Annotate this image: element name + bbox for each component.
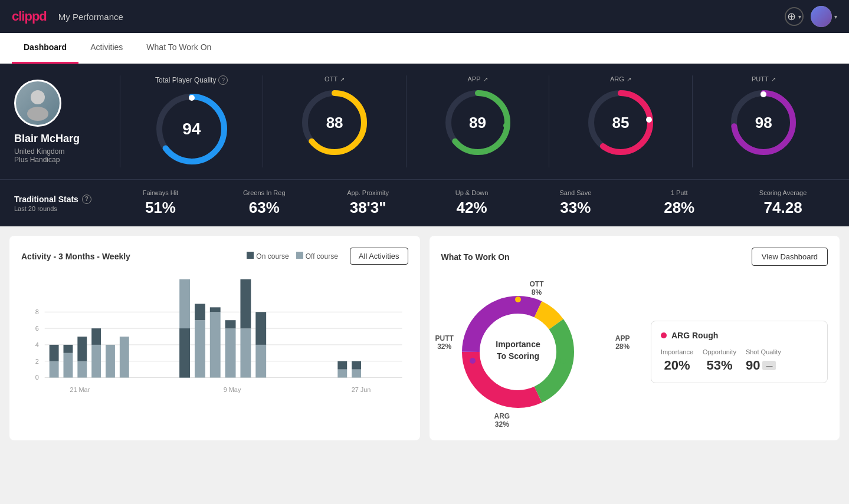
- stat-fairways-hit: Fairways Hit 51%: [109, 189, 212, 217]
- svg-text:Importance: Importance: [496, 340, 540, 349]
- stats-row: Traditional Stats ? Last 20 rounds Fairw…: [0, 179, 849, 226]
- stat-1-putt: 1 Putt 28%: [627, 189, 731, 217]
- hero-section: Blair McHarg United Kingdom Plus Handica…: [0, 64, 849, 179]
- donut-svg: Importance To Scoring: [441, 275, 595, 429]
- chart-controls: On course Off course All Activities: [247, 248, 408, 265]
- svg-point-64: [470, 358, 476, 364]
- svg-point-63: [515, 401, 521, 407]
- svg-point-0: [31, 90, 45, 104]
- stat-up-down: Up & Down 42%: [420, 189, 524, 217]
- ott-gauge: 88: [299, 87, 370, 158]
- traditional-stats-title: Traditional Stats ?: [14, 195, 109, 204]
- player-info: Blair McHarg United Kingdom Plus Handica…: [14, 75, 120, 167]
- player-country: United Kingdom: [14, 147, 64, 156]
- putt-label: PUTT ↗: [752, 75, 776, 83]
- header-title: My Performance: [58, 12, 123, 22]
- svg-rect-47: [255, 312, 266, 345]
- what-to-work-on-title: What To Work On View Dashboard: [441, 248, 828, 266]
- ott-value: 88: [326, 114, 343, 132]
- tab-activities[interactable]: Activities: [78, 33, 135, 64]
- svg-rect-26: [50, 361, 59, 378]
- on-course-legend: On course: [247, 252, 289, 261]
- chart-header: Activity - 3 Months - Weekly On course O…: [21, 248, 408, 265]
- header-left: clippd My Performance: [12, 9, 123, 24]
- arg-label: ARG ↗: [610, 75, 631, 83]
- add-button[interactable]: ⊕ ▾: [785, 7, 804, 26]
- svg-rect-45: [240, 279, 251, 328]
- donut-container: Importance To Scoring OTT 8% APP 28%: [441, 275, 618, 429]
- svg-rect-49: [337, 361, 347, 370]
- svg-point-62: [560, 358, 566, 364]
- bottom-panels: Activity - 3 Months - Weekly On course O…: [0, 226, 849, 450]
- svg-rect-42: [225, 328, 236, 377]
- donut-area: Importance To Scoring OTT 8% APP 28%: [441, 275, 828, 429]
- stat-app-proximity: App. Proximity 38'3": [316, 189, 420, 217]
- svg-point-12: [646, 117, 652, 123]
- user-menu[interactable]: ▾: [811, 6, 837, 27]
- svg-rect-50: [352, 370, 361, 378]
- ott-label: OTT ↗: [324, 75, 345, 83]
- svg-point-4: [189, 95, 195, 101]
- svg-text:0: 0: [35, 374, 39, 381]
- putt-segment-label: PUTT 32%: [435, 334, 454, 351]
- svg-rect-35: [120, 337, 129, 378]
- app-label: APP ↗: [468, 75, 488, 83]
- tpq-value: 94: [182, 120, 201, 139]
- arg-arrow-icon: ↗: [627, 76, 631, 83]
- svg-rect-44: [240, 328, 251, 377]
- activity-chart-svg: 0 2 4 6 8: [21, 272, 408, 401]
- info-card-stats: Importance 20% Opportunity 53% Shot Qual…: [661, 348, 818, 373]
- stat-sand-save: Sand Save 33%: [523, 189, 627, 217]
- svg-text:21 Mar: 21 Mar: [70, 386, 90, 393]
- putt-value: 98: [755, 114, 772, 132]
- chart-area: 0 2 4 6 8: [21, 272, 408, 401]
- app-arrow-icon: ↗: [483, 76, 488, 83]
- svg-rect-30: [77, 361, 87, 378]
- svg-rect-51: [352, 361, 361, 370]
- svg-rect-40: [210, 312, 221, 377]
- metric-ott: OTT ↗ 88: [263, 75, 406, 167]
- player-avatar: [14, 80, 61, 127]
- arg-segment-label: ARG 32%: [494, 412, 510, 429]
- header: clippd My Performance ⊕ ▾ ▾: [0, 0, 849, 33]
- shot-quality-badge: —: [762, 361, 776, 370]
- metric-arg: ARG ↗ 85: [549, 75, 692, 167]
- metric-app: APP ↗ 89: [407, 75, 549, 167]
- tab-dashboard[interactable]: Dashboard: [12, 33, 78, 64]
- svg-rect-28: [64, 353, 73, 378]
- view-dashboard-button[interactable]: View Dashboard: [752, 248, 828, 266]
- app-segment-label: APP 28%: [615, 334, 630, 351]
- svg-rect-46: [255, 345, 266, 378]
- user-chevron-icon: ▾: [834, 14, 837, 20]
- svg-rect-39: [195, 304, 205, 320]
- header-right: ⊕ ▾ ▾: [785, 6, 837, 27]
- svg-text:2: 2: [35, 358, 39, 365]
- what-to-work-on-panel: What To Work On View Dashboard: [430, 236, 840, 440]
- traditional-stats-subtitle: Last 20 rounds: [14, 205, 109, 212]
- svg-rect-31: [77, 337, 87, 361]
- all-activities-button[interactable]: All Activities: [350, 248, 408, 265]
- metric-putt: PUTT ↗ 98: [693, 75, 835, 167]
- svg-rect-41: [210, 307, 221, 312]
- info-card-shot-quality: Shot Quality 90 —: [746, 348, 781, 373]
- player-handicap: Plus Handicap: [14, 156, 60, 164]
- tab-what-to-work-on[interactable]: What To Work On: [135, 33, 223, 64]
- chart-title: Activity - 3 Months - Weekly: [21, 252, 130, 261]
- tpq-info-icon[interactable]: ?: [218, 75, 228, 85]
- putt-arrow-icon: ↗: [771, 76, 776, 83]
- off-course-legend: Off course: [296, 252, 338, 261]
- metric-tpq: Total Player Quality ? 94: [120, 75, 263, 167]
- svg-rect-32: [91, 345, 101, 378]
- player-name: Blair McHarg: [14, 133, 80, 145]
- logo: clippd: [12, 9, 47, 24]
- svg-rect-33: [91, 328, 101, 345]
- avatar[interactable]: [811, 6, 832, 27]
- info-card-title: ARG Rough: [661, 331, 818, 340]
- traditional-stats-info-icon[interactable]: ?: [82, 195, 91, 204]
- svg-rect-27: [50, 345, 59, 361]
- svg-rect-38: [195, 320, 205, 377]
- svg-text:4: 4: [35, 341, 39, 348]
- add-chevron-icon: ▾: [798, 14, 801, 20]
- stat-scoring-avg: Scoring Average 74.28: [731, 189, 835, 217]
- arg-rough-info-card: ARG Rough Importance 20% Opportunity 53%…: [651, 321, 828, 383]
